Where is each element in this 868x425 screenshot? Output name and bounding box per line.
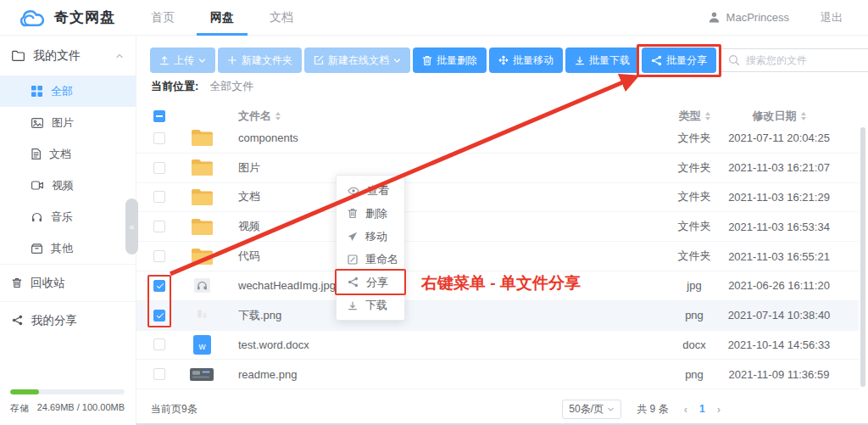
current-page-number[interactable]: 1 bbox=[699, 403, 705, 415]
row-checkbox[interactable] bbox=[153, 310, 165, 322]
move-icon bbox=[498, 55, 509, 65]
row-checkbox[interactable] bbox=[153, 162, 165, 174]
sidebar-collapse-handle[interactable]: « bbox=[125, 199, 138, 254]
context-menu-item[interactable]: 分享 bbox=[337, 271, 404, 294]
file-name[interactable]: 图片 bbox=[238, 160, 669, 176]
row-checkbox[interactable] bbox=[153, 280, 165, 292]
file-name[interactable]: test.word.docx bbox=[238, 338, 669, 351]
table-header: 文件名 类型 修改日期 bbox=[136, 107, 859, 125]
table-row[interactable]: 视频 文件夹 2021-11-03 16:53:34 bbox=[136, 212, 859, 242]
table-row[interactable]: 代码 文件夹 2021-11-03 16:55:21 bbox=[136, 242, 859, 271]
row-checkbox[interactable] bbox=[153, 221, 165, 232]
upload-icon bbox=[159, 55, 170, 65]
file-name[interactable]: 视频 bbox=[238, 219, 669, 234]
context-menu-item[interactable]: 删除 bbox=[337, 202, 404, 225]
nav-item[interactable]: 首页 bbox=[144, 0, 181, 36]
nav-item[interactable]: 网盘 bbox=[203, 0, 241, 36]
toolbar-button-label: 批量移动 bbox=[513, 53, 554, 68]
video-icon bbox=[31, 181, 43, 190]
sidebar-item[interactable]: 全部 bbox=[0, 75, 136, 107]
toolbar-button-label: 新建文件夹 bbox=[242, 53, 292, 68]
select-all-checkbox[interactable] bbox=[153, 110, 165, 122]
toolbar-button[interactable]: 新建在线文档 bbox=[304, 48, 410, 73]
context-menu-item-label: 分享 bbox=[366, 275, 388, 290]
toolbar-button[interactable]: 批量下载 bbox=[565, 48, 639, 73]
context-menu-item[interactable]: 移动 bbox=[337, 225, 404, 248]
table-row[interactable]: 文档 文件夹 2021-11-03 16:21:29 bbox=[136, 183, 859, 213]
toolbar-button-label: 上传 bbox=[174, 53, 194, 68]
jpg-thumbnail-icon bbox=[165, 278, 238, 293]
file-name[interactable]: readme.png bbox=[238, 368, 669, 381]
sidebar-item[interactable]: 图片 bbox=[0, 107, 136, 138]
search-icon bbox=[728, 54, 740, 66]
toolbar-button[interactable]: 批量删除 bbox=[413, 48, 487, 73]
sidebar-item[interactable]: 音乐 bbox=[0, 201, 136, 232]
table-row[interactable]: 图片 文件夹 2021-11-03 16:21:07 bbox=[136, 154, 859, 183]
sidebar-item-recycle-bin[interactable]: 回收站 bbox=[0, 264, 136, 301]
file-type: 文件夹 bbox=[669, 189, 720, 204]
rename-icon bbox=[348, 254, 358, 265]
table-row[interactable]: wechatHeadImg.jpg jpg 2021-06-26 16:11:2… bbox=[136, 271, 859, 301]
breadcrumb-value[interactable]: 全部文件 bbox=[209, 79, 253, 94]
row-checkbox[interactable] bbox=[153, 338, 165, 350]
prev-page-icon[interactable]: ‹ bbox=[684, 403, 687, 416]
row-checkbox[interactable] bbox=[153, 132, 165, 144]
file-name[interactable]: 文档 bbox=[238, 189, 669, 204]
table-row[interactable]: 下载.png png 2021-07-14 10:38:40 bbox=[136, 301, 859, 331]
table-row[interactable]: readme.png png 2021-11-09 11:36:59 bbox=[136, 360, 859, 389]
sidebar-item-my-files[interactable]: 我的文件 bbox=[0, 36, 136, 75]
sidebar-item[interactable]: 其他 bbox=[0, 232, 136, 264]
file-name[interactable]: components bbox=[238, 131, 669, 144]
sidebar-item-label: 音乐 bbox=[51, 210, 73, 225]
context-menu-item[interactable]: 查看 bbox=[337, 179, 404, 202]
toolbar-button[interactable]: 批量分享 bbox=[642, 48, 716, 73]
context-menu-item[interactable]: 下载 bbox=[337, 294, 404, 316]
logout-link[interactable]: 退出 bbox=[821, 10, 843, 25]
vertical-scrollbar[interactable] bbox=[860, 127, 865, 387]
toolbar-button-label: 新建在线文档 bbox=[328, 53, 389, 68]
plus-icon bbox=[227, 55, 237, 65]
nav-item[interactable]: 文档 bbox=[263, 0, 300, 36]
app-header: 奇文网盘 首页 网盘 文档 MacPrincess 退出 bbox=[0, 0, 868, 36]
toolbar: 上传 新建文件夹 新建在线文档 批量删除 bbox=[150, 48, 858, 73]
sidebar-item[interactable]: 视频 bbox=[0, 170, 136, 201]
context-menu-item-label: 查看 bbox=[367, 183, 389, 199]
toolbar-button-label: 批量分享 bbox=[666, 53, 707, 68]
sort-icon[interactable] bbox=[705, 112, 710, 120]
row-checkbox[interactable] bbox=[153, 368, 165, 380]
table-row[interactable]: components 文件夹 2021-07-11 20:04:25 bbox=[136, 124, 859, 154]
document-icon bbox=[31, 148, 41, 159]
sidebar-root-label: 我的文件 bbox=[33, 48, 81, 64]
context-menu-item[interactable]: 重命名 bbox=[337, 248, 404, 271]
toolbar-button[interactable]: 上传 bbox=[150, 48, 215, 73]
context-menu-item-label: 移动 bbox=[365, 229, 387, 244]
download-icon bbox=[575, 55, 585, 65]
page-size-select[interactable]: 50条/页 bbox=[562, 400, 621, 419]
search-input[interactable] bbox=[746, 54, 867, 66]
trash-icon bbox=[348, 208, 358, 219]
sidebar-item-my-shares[interactable]: 我的分享 bbox=[0, 301, 136, 338]
chevron-up-icon[interactable] bbox=[115, 52, 124, 60]
total-count: 共 9 条 bbox=[637, 402, 668, 417]
row-checkbox[interactable] bbox=[153, 191, 165, 203]
table-row[interactable]: w test.word.docx docx 2021-10-14 14:56:3… bbox=[136, 331, 859, 361]
file-name[interactable]: wechatHeadImg.jpg bbox=[238, 279, 669, 292]
folder-outline-icon bbox=[12, 50, 25, 61]
edit-icon bbox=[314, 55, 324, 65]
sort-icon[interactable] bbox=[801, 112, 806, 120]
sort-icon[interactable] bbox=[275, 112, 281, 120]
cloud-logo-icon bbox=[19, 8, 47, 27]
column-header-date: 修改日期 bbox=[720, 109, 838, 124]
file-name[interactable]: 下载.png bbox=[238, 308, 669, 323]
chevron-down-icon bbox=[198, 57, 206, 64]
user-area: MacPrincess 退出 bbox=[708, 10, 868, 25]
toolbar-button[interactable]: 批量移动 bbox=[489, 48, 563, 73]
folder-icon bbox=[165, 188, 238, 206]
file-date: 2021-11-09 11:36:59 bbox=[720, 368, 838, 381]
next-page-icon[interactable]: › bbox=[717, 403, 721, 416]
folder-icon bbox=[165, 129, 238, 147]
sidebar-item[interactable]: 文档 bbox=[0, 138, 136, 170]
row-checkbox[interactable] bbox=[153, 250, 165, 262]
file-name[interactable]: 代码 bbox=[238, 249, 669, 264]
toolbar-button[interactable]: 新建文件夹 bbox=[218, 48, 302, 73]
